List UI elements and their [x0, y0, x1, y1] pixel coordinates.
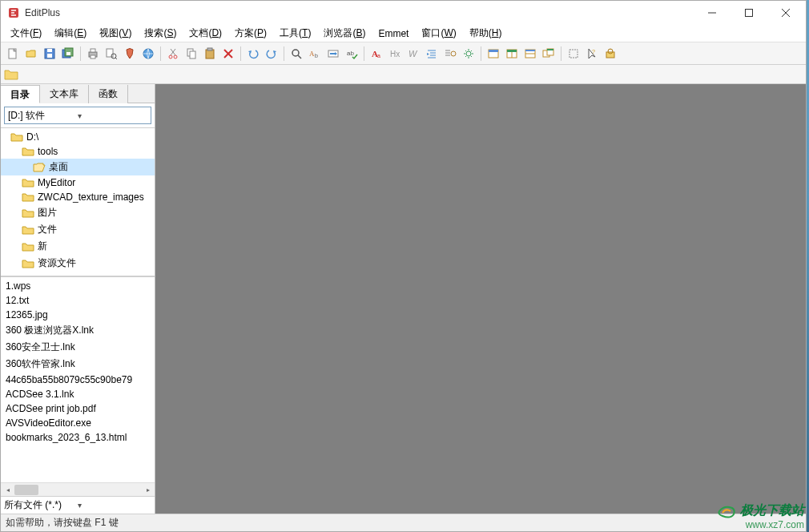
settings-button[interactable]: [460, 45, 477, 62]
status-text: 如需帮助，请按键盘 F1 键: [6, 516, 119, 530]
window-2-icon: [505, 47, 518, 60]
cut-button[interactable]: [164, 45, 182, 62]
heading-icon: Hx: [388, 47, 401, 60]
find-button[interactable]: [288, 45, 305, 62]
file-item[interactable]: 360 极速浏览器X.lnk: [1, 322, 155, 339]
outdent-button[interactable]: [441, 45, 459, 62]
toolbar-separator: [481, 46, 481, 61]
tree-item[interactable]: tools: [1, 144, 155, 159]
scroll-thumb[interactable]: [14, 485, 38, 495]
folder-icon: [22, 241, 34, 252]
sidebar-tab-2[interactable]: 函数: [89, 85, 128, 103]
spell-check-button[interactable]: ab: [343, 45, 360, 62]
tree-item[interactable]: 图片: [1, 204, 155, 221]
font-settings-button[interactable]: Aa: [368, 45, 385, 62]
file-item[interactable]: 360软件管家.lnk: [1, 356, 155, 373]
save-all-button[interactable]: [59, 45, 77, 62]
delete-button[interactable]: [219, 45, 237, 62]
menu-8[interactable]: Emmet: [372, 26, 415, 41]
file-item[interactable]: ACDSee 3.1.lnk: [1, 387, 155, 401]
file-item[interactable]: 12365.jpg: [1, 308, 155, 322]
copy-button[interactable]: [183, 45, 200, 62]
svg-text:A: A: [309, 50, 315, 58]
menu-D[interactable]: 文档(D): [183, 25, 228, 42]
print-preview-button[interactable]: [103, 45, 120, 62]
cursor-mode-button[interactable]: [565, 45, 582, 62]
paste-button[interactable]: [201, 45, 219, 62]
help-button[interactable]: ?: [583, 45, 601, 62]
horizontal-scrollbar[interactable]: ◂ ▸: [1, 482, 155, 496]
tree-item[interactable]: D:\: [1, 130, 155, 144]
menu-T[interactable]: 工具(T): [273, 25, 317, 42]
sidebar-tab-1[interactable]: 文本库: [40, 85, 89, 103]
cursor-mode-icon: [567, 47, 580, 60]
svg-rect-24: [190, 51, 195, 58]
indent-button[interactable]: [423, 45, 441, 62]
window-3-button[interactable]: [521, 45, 539, 62]
file-item[interactable]: 1.wps: [1, 279, 155, 293]
file-item[interactable]: 44c65ba55b8079c55c90be79: [1, 373, 155, 387]
open-file-button[interactable]: [22, 45, 40, 62]
menu-B[interactable]: 浏览器(B): [317, 25, 372, 42]
folder-tree: D:\tools桌面MyEditorZWCAD_texture_images图片…: [1, 127, 155, 276]
tree-item[interactable]: 文件: [1, 221, 155, 238]
file-filter[interactable]: 所有文件 (*.*) ▾: [1, 496, 155, 514]
undo-button[interactable]: [244, 45, 262, 62]
file-item[interactable]: 12.txt: [1, 293, 155, 308]
file-item[interactable]: 360安全卫士.lnk: [1, 339, 155, 356]
toggle-marker-button[interactable]: [121, 45, 139, 62]
preferences-icon: [604, 47, 617, 60]
menu-E[interactable]: 编辑(E): [48, 25, 93, 42]
svg-point-47: [451, 51, 456, 56]
main-area: 目录文本库函数 [D:] 软件 ▾ D:\tools桌面MyEditorZWCA…: [1, 84, 806, 514]
scroll-right-button[interactable]: ▸: [141, 483, 155, 497]
print-button[interactable]: [84, 45, 102, 62]
print-preview-icon: [105, 47, 118, 60]
svg-text:b: b: [315, 53, 318, 58]
menu-P[interactable]: 方案(P): [228, 25, 273, 42]
svg-text:W: W: [409, 49, 418, 58]
window-1-button[interactable]: [485, 45, 502, 62]
file-item[interactable]: AVSVideoEditor.exe: [1, 416, 155, 430]
minimize-button[interactable]: [694, 1, 731, 25]
menu-V[interactable]: 视图(V): [93, 25, 138, 42]
close-button[interactable]: [767, 1, 804, 25]
tree-item[interactable]: 桌面: [1, 159, 155, 175]
save-file-button[interactable]: [41, 45, 58, 62]
replace-button[interactable]: Ab: [306, 45, 324, 62]
sidebar-tab-0[interactable]: 目录: [1, 85, 40, 103]
scroll-track[interactable]: [14, 483, 141, 497]
heading-button[interactable]: Hx: [386, 45, 404, 62]
window-4-button[interactable]: [540, 45, 557, 62]
tree-item[interactable]: 新: [1, 238, 155, 255]
delete-icon: [222, 47, 235, 60]
tree-item-label: MyEditor: [38, 177, 75, 188]
folder-icon: [10, 131, 23, 143]
tree-item[interactable]: 资源文件: [1, 255, 155, 272]
tree-item[interactable]: ZWCAD_texture_images: [1, 190, 155, 204]
menu-W[interactable]: 窗口(W): [415, 25, 462, 42]
menu-F[interactable]: 文件(F): [4, 25, 48, 42]
word-wrap-button[interactable]: W: [404, 45, 422, 62]
svg-rect-25: [206, 50, 214, 58]
drive-label: [D:] 软件: [8, 109, 78, 123]
tree-item[interactable]: MyEditor: [1, 175, 155, 190]
redo-button[interactable]: [263, 45, 280, 62]
addressbar[interactable]: [1, 65, 806, 84]
browser-preview-button[interactable]: [139, 45, 157, 62]
scroll-left-button[interactable]: ◂: [1, 483, 14, 497]
statusbar: 如需帮助，请按键盘 F1 键: [1, 514, 806, 531]
file-item[interactable]: ACDSee print job.pdf: [1, 401, 155, 416]
chevron-down-icon: ▾: [78, 111, 147, 120]
svg-rect-50: [489, 50, 498, 52]
drive-selector[interactable]: [D:] 软件 ▾: [4, 107, 151, 124]
menu-S[interactable]: 搜索(S): [138, 25, 183, 42]
preferences-button[interactable]: [602, 45, 619, 62]
toolbar-separator: [284, 46, 284, 61]
new-file-button[interactable]: [4, 45, 22, 62]
goto-button[interactable]: [324, 45, 342, 62]
window-2-button[interactable]: [503, 45, 521, 62]
maximize-button[interactable]: [731, 1, 767, 25]
file-item[interactable]: bookmarks_2023_6_13.html: [1, 430, 155, 445]
menu-H[interactable]: 帮助(H): [463, 25, 509, 42]
